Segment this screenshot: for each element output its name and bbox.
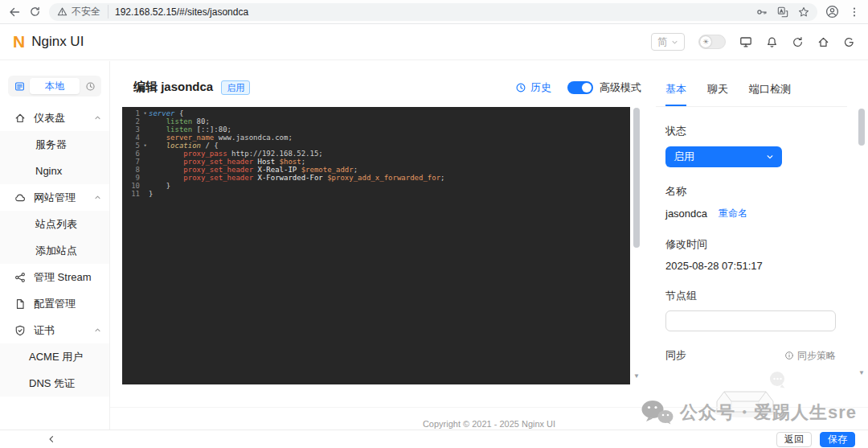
code-line[interactable]: 10 } (122, 182, 630, 190)
save-button[interactable]: 保存 (820, 432, 855, 447)
sidebar-item-stream[interactable]: 管理 Stream (0, 264, 109, 290)
watermark-text: 公众号・爱踢人生sre (680, 401, 857, 425)
back-action-button[interactable]: 返回 (776, 432, 812, 447)
panel-scroll-down-icon[interactable]: ▼ (855, 369, 868, 376)
panel-scrollbar-thumb[interactable] (858, 109, 865, 146)
code-line[interactable]: 5▾ location / { (122, 142, 630, 150)
warning-icon (57, 6, 68, 17)
chevron-down-icon (766, 153, 774, 161)
fold-spacer (141, 150, 149, 158)
fold-spacer (141, 158, 149, 166)
status-select[interactable]: 启用 (665, 146, 782, 167)
app-logo[interactable]: N Nginx UI (13, 32, 84, 51)
sidebar-item-label: Nginx (35, 165, 62, 177)
fold-marker-icon[interactable]: ▾ (141, 109, 149, 117)
code-line[interactable]: 3 listen [::]:80; (122, 125, 630, 134)
reload-button[interactable] (29, 6, 41, 18)
editor-scrollbar-thumb[interactable] (633, 108, 640, 248)
sidebar-item-site-management[interactable]: 网站管理 (0, 184, 109, 211)
bookmark-star-icon[interactable] (798, 6, 809, 18)
sidebar-item-server[interactable]: 服务器 (0, 131, 109, 158)
modified-time-value: 2025-08-28 07:51:17 (665, 260, 847, 272)
sidebar-item-label: 证书 (34, 323, 55, 338)
enabled-tag: 启用 (221, 80, 250, 95)
tab-basic[interactable]: 基本 (665, 82, 686, 106)
footer-bar: 返回 保存 (0, 430, 868, 448)
tab-port-check[interactable]: 端口检测 (749, 82, 791, 106)
advanced-mode-toggle[interactable] (567, 81, 593, 94)
sidebar-item-add-site[interactable]: 添加站点 (0, 237, 109, 264)
sidebar-item-acme-users[interactable]: ACME 用户 (0, 343, 109, 370)
browser-menu-icon[interactable] (849, 6, 860, 18)
home-icon[interactable] (817, 36, 829, 48)
fold-marker-icon[interactable]: ▾ (141, 142, 149, 150)
environment-tab-local[interactable]: 本地 (30, 78, 80, 94)
sidebar-item-dashboard[interactable]: 仪表盘 (0, 105, 109, 131)
logo-n-icon: N (13, 32, 25, 51)
screen: 不安全 192.168.52.15/#/sites/jasondca (0, 0, 868, 448)
sidebar-item-site-list[interactable]: 站点列表 (0, 211, 109, 237)
code-line[interactable]: 6 proxy_pass http://192.168.52.15; (122, 150, 630, 158)
back-button[interactable] (8, 6, 21, 18)
github-icon[interactable] (843, 36, 855, 48)
cloud-icon (14, 192, 27, 203)
chevron-up-icon (94, 114, 101, 121)
info-circle-icon (784, 351, 794, 360)
sidebar-item-config[interactable]: 配置管理 (0, 290, 109, 317)
code-line[interactable]: 1▾server { (122, 109, 630, 117)
editor-scroll-down-icon[interactable]: ▼ (630, 372, 643, 380)
code-line[interactable]: 11} (122, 190, 630, 198)
sidebar: 本地 仪表盘 服务器 Nginx (0, 61, 110, 430)
browser-toolbar: 不安全 192.168.52.15/#/sites/jasondca (0, 0, 868, 24)
notification-bell-icon[interactable] (766, 36, 778, 48)
environment-history-icon[interactable] (82, 81, 98, 92)
sync-policy-button[interactable]: 同步策略 (784, 349, 836, 363)
address-bar[interactable]: 不安全 192.168.52.15/#/sites/jasondca (49, 3, 817, 21)
sidebar-item-nginx[interactable]: Nginx (0, 158, 109, 184)
chevron-up-icon (94, 327, 101, 334)
app-header: N Nginx UI 简 ☀ (0, 24, 868, 60)
node-group-input[interactable] (665, 310, 836, 331)
fold-spacer (141, 125, 149, 134)
translate-icon[interactable] (777, 6, 788, 18)
security-chip[interactable]: 不安全 (57, 5, 108, 18)
fold-spacer (141, 166, 149, 174)
name-label: 名称 (665, 184, 847, 199)
sync-label: 同步 (665, 348, 686, 363)
sidebar-item-label: 管理 Stream (34, 270, 92, 285)
sidebar-menu: 仪表盘 服务器 Nginx 网站管理 站点列表 (0, 105, 109, 397)
code-line[interactable]: 8 proxy_set_header X-Real-IP $remote_add… (122, 166, 630, 174)
sidebar-item-label: 添加站点 (35, 244, 77, 258)
status-value: 启用 (674, 150, 694, 164)
modified-time-label: 修改时间 (665, 237, 847, 252)
key-icon[interactable] (756, 6, 768, 18)
theme-switch[interactable]: ☀ (698, 35, 726, 49)
name-value: jasondca (665, 208, 707, 220)
fold-spacer (141, 182, 149, 190)
environments-icon[interactable] (11, 81, 27, 92)
sidebar-collapse-icon[interactable] (47, 434, 56, 444)
code-editor[interactable]: 1▾server {2 listen 80;3 listen [::]:80;4… (122, 107, 630, 384)
fullscreen-monitor-icon[interactable] (739, 35, 752, 48)
url-text[interactable]: 192.168.52.15/#/sites/jasondca (115, 6, 750, 18)
restart-icon[interactable] (792, 36, 804, 48)
tab-chat[interactable]: 聊天 (707, 82, 728, 106)
code-line[interactable]: 2 listen 80; (122, 117, 630, 125)
fold-spacer (141, 134, 149, 142)
sidebar-item-label: 仪表盘 (34, 111, 65, 125)
dashboard-home-icon (14, 113, 27, 124)
logo-text: Nginx UI (31, 34, 84, 50)
history-button[interactable]: 历史 (515, 80, 551, 95)
sidebar-item-certificates[interactable]: 证书 (0, 317, 109, 343)
profile-avatar-icon[interactable] (825, 5, 839, 18)
editor-header: 编辑 jasondca 启用 历史 高级模式 (122, 61, 643, 107)
language-select[interactable]: 简 (651, 33, 685, 51)
panel-tabs: 基本 聊天 端口检测 (656, 61, 847, 107)
rename-link[interactable]: 重命名 (719, 207, 747, 220)
sidebar-item-dns-credentials[interactable]: DNS 凭证 (0, 370, 109, 397)
code-line[interactable]: 9 proxy_set_header X-Forwarded-For $prox… (122, 174, 630, 182)
settings-panel: 基本 聊天 端口检测 状态 启用 名称 jasondca 重命名 修改时间 (643, 61, 868, 430)
code-line[interactable]: 7 proxy_set_header Host $host; (122, 158, 630, 166)
code-line[interactable]: 4 server_name www.jasondca.com; (122, 134, 630, 142)
language-value: 简 (657, 35, 667, 49)
